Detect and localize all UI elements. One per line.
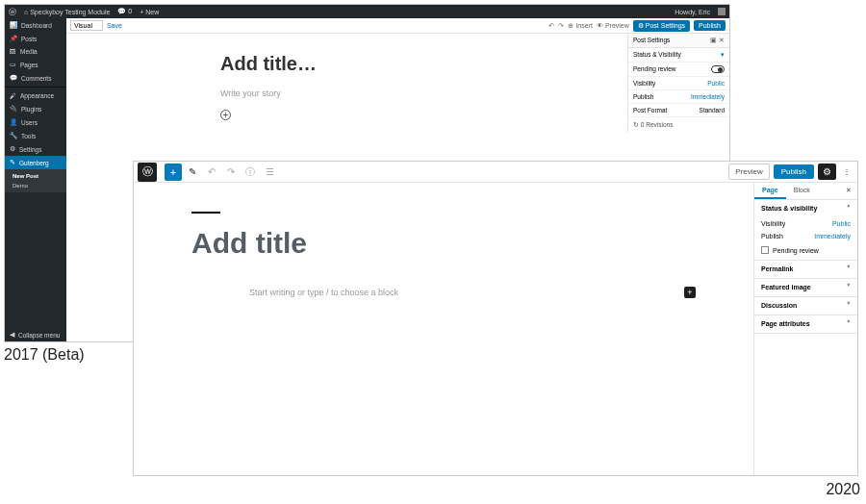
publish-button[interactable]: Publish [774, 164, 814, 179]
mode-select[interactable]: Visual [70, 20, 103, 31]
outline-icon[interactable]: ☰ [261, 164, 278, 181]
editor-canvas[interactable]: Add title Start writing or type / to cho… [134, 183, 753, 475]
section-status: Status & visibility˄ VisibilityPublic Pu… [754, 200, 857, 261]
tab-block[interactable]: Block [786, 183, 818, 199]
pencil-icon: ✎ [10, 159, 15, 166]
media-icon: 🖼 [10, 48, 16, 55]
pin-icon: 📌 [10, 35, 17, 42]
page-icon: ▭ [10, 61, 16, 68]
publish-link[interactable]: Immediately [814, 233, 851, 239]
block-prompt-row[interactable]: Start writing or type / to choose a bloc… [191, 287, 696, 298]
row-visibility: VisibilityPublic [628, 77, 729, 90]
post-settings-button[interactable]: ⚙Post Settings [633, 20, 690, 32]
visibility-link[interactable]: Public [707, 80, 725, 87]
add-block-button[interactable]: + [165, 164, 182, 181]
sidebar-item-settings[interactable]: ⚙Settings [5, 142, 66, 156]
undo-icon[interactable]: ↶ [548, 22, 554, 30]
more-icon[interactable]: ⋮ [840, 167, 853, 176]
edit-mode-icon[interactable]: ✎ [184, 164, 201, 181]
settings-panel: Page Block ✕ Status & visibility˄ Visibi… [753, 183, 857, 475]
add-block-icon[interactable]: + [220, 110, 231, 120]
adminbar: ⓦ ⌂ Speckyboy Testing Module 💬 0 + New H… [5, 5, 729, 18]
section-featured-image[interactable]: Featured image˅ [754, 279, 857, 297]
row-publish: PublishImmediately [628, 90, 729, 104]
story-placeholder[interactable]: Write your story [220, 88, 575, 98]
publish-button[interactable]: Publish [694, 20, 726, 31]
panel-title: Post Settings [633, 37, 670, 44]
gear-icon: ⚙ [10, 145, 15, 153]
checkbox-icon[interactable] [761, 246, 769, 254]
wp-logo-icon[interactable]: ⓦ [9, 7, 16, 17]
add-block-icon[interactable]: + [684, 287, 696, 298]
comment-icon: 💬 [10, 74, 17, 82]
sidebar-item-comments[interactable]: 💬Comments [5, 71, 66, 85]
sidebar-item-pages[interactable]: ▭Pages [5, 58, 66, 71]
editor-toolbar: ⓦ + ✎ ↶ ↷ ⓘ ☰ Preview Publish ⚙ ⋮ [134, 162, 857, 183]
plug-icon: 🔌 [10, 105, 17, 113]
year-label-2020: 2020 [826, 481, 860, 498]
dashboard-icon: 📊 [10, 21, 17, 29]
status-header[interactable]: Status & visibility˄ [754, 200, 857, 217]
redo-icon[interactable]: ↷ [558, 22, 564, 30]
row-pending-review: Pending review [628, 63, 729, 77]
sidebar-item-posts[interactable]: 📌Posts [5, 32, 66, 45]
publish-link[interactable]: Immediately [691, 93, 725, 100]
pending-checkbox-row[interactable]: Pending review [754, 242, 857, 260]
pending-toggle[interactable] [711, 65, 725, 73]
save-link[interactable]: Save [107, 22, 122, 29]
preview-button[interactable]: 👁 Preview [597, 22, 629, 29]
settings-toggle[interactable]: ⚙ [818, 164, 836, 180]
sidebar-item-users[interactable]: 👤Users [5, 115, 66, 129]
undo-icon[interactable]: ↶ [203, 164, 220, 181]
section-page-attributes[interactable]: Page attributes˅ [754, 315, 857, 334]
chevron-down-icon: ˅ [847, 284, 851, 291]
redo-icon[interactable]: ↷ [222, 164, 240, 181]
collapse-menu[interactable]: ◀Collapse menu [5, 328, 66, 341]
section-permalink[interactable]: Permalink˅ [754, 261, 857, 279]
tab-page[interactable]: Page [754, 183, 786, 199]
new-button[interactable]: + New [140, 9, 159, 15]
site-name[interactable]: ⌂ Speckyboy Testing Module [24, 9, 110, 15]
panel-tabs: Page Block ✕ [754, 183, 857, 200]
sidebar-item-tools[interactable]: 🔧Tools [5, 129, 66, 142]
howdy-user[interactable]: Howdy, Eric [675, 9, 710, 15]
gear-icon: ⚙ [638, 22, 644, 30]
info-icon[interactable]: ⓘ [242, 164, 259, 181]
visibility-link[interactable]: Public [832, 220, 851, 227]
editor-2020: ⓦ + ✎ ↶ ↷ ⓘ ☰ Preview Publish ⚙ ⋮ Add ti… [133, 161, 858, 476]
sidebar-item-gutenberg[interactable]: ✎Gutenberg [5, 156, 66, 169]
title-rule [191, 212, 220, 214]
wrench-icon: 🔧 [10, 132, 17, 139]
chevron-down-icon: ˅ [847, 265, 851, 273]
revisions-row[interactable]: ↻ 0 Revisions [628, 117, 729, 133]
submenu-demo[interactable]: Demo [5, 181, 66, 190]
panel-pin-icon[interactable]: ▣ [710, 37, 717, 43]
sidebar-item-plugins[interactable]: 🔌Plugins [5, 102, 66, 115]
sidebar-item-dashboard[interactable]: 📊Dashboard [5, 18, 66, 32]
avatar[interactable] [718, 8, 726, 15]
sidebar-item-appearance[interactable]: 🖌Appearance [5, 89, 66, 102]
close-icon[interactable]: ✕ [719, 37, 725, 43]
chevron-up-icon: ˄ [847, 205, 851, 213]
submenu-new-post[interactable]: New Post [5, 171, 66, 181]
collapse-icon: ◀ [10, 331, 14, 339]
close-icon[interactable]: ✕ [840, 183, 857, 199]
title-input[interactable]: Add title [191, 227, 696, 260]
chevron-down-icon: ˅ [847, 302, 851, 310]
comments-count[interactable]: 💬 0 [117, 8, 132, 15]
sidebar-item-media[interactable]: 🖼Media [5, 45, 66, 58]
row-publish: PublishImmediately [754, 230, 857, 242]
chevron-down-icon: ˅ [847, 320, 851, 328]
section-discussion[interactable]: Discussion˅ [754, 297, 857, 315]
post-settings-panel: Post Settings ▣ ✕ Status & Visibility▾ P… [627, 34, 729, 133]
editor-toolbar: Visual Save ↶ ↷ ⊕ Insert 👁 Preview ⚙Post… [66, 18, 729, 34]
block-prompt-text[interactable]: Start writing or type / to choose a bloc… [249, 288, 398, 297]
user-icon: 👤 [10, 118, 17, 126]
row-status-visibility[interactable]: Status & Visibility▾ [628, 48, 729, 63]
wp-logo-icon[interactable]: ⓦ [138, 163, 157, 182]
insert-button[interactable]: ⊕ Insert [568, 22, 592, 30]
title-input[interactable]: Add title… [220, 53, 575, 75]
sidebar-separator [5, 87, 66, 88]
row-visibility: VisibilityPublic [754, 217, 857, 230]
preview-button[interactable]: Preview [728, 164, 769, 180]
